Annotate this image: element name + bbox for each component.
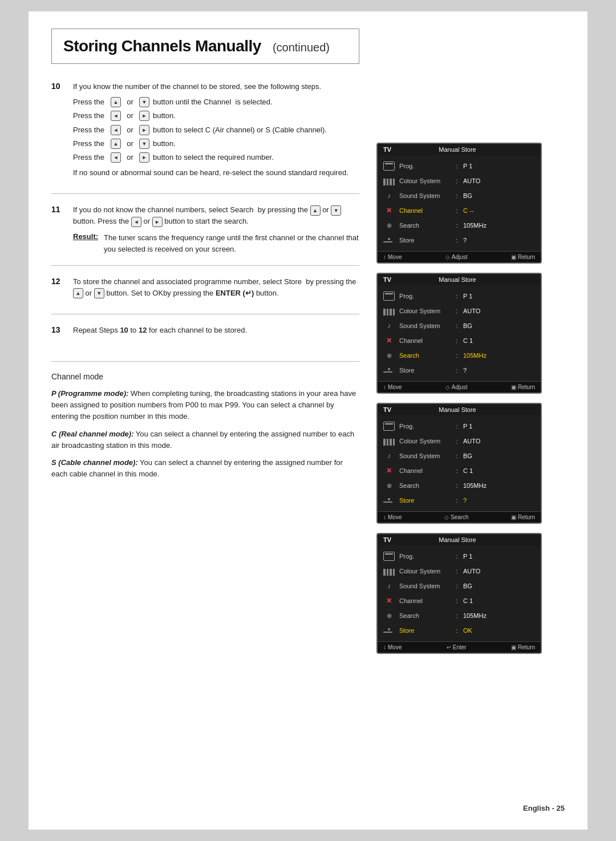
tv-row-sound-4: ♪ Sound System : BG [378, 579, 541, 593]
tv-row-search-4: ⊕ Search : 105MHz [378, 608, 541, 623]
btn-up4-icon[interactable]: ▲ [73, 288, 83, 298]
tv-row-channel-2: ✕ Channel : C 1 [378, 333, 541, 348]
step-10-intro: If you know the number of the channel to… [73, 81, 359, 92]
btn-right-icon[interactable]: ► [139, 111, 149, 121]
step-11-result: Result: The tuner scans the frequency ra… [73, 232, 359, 255]
tv-panel-2: TV Manual Store Prog. : P 1 Colour Syste… [376, 273, 542, 394]
tv-label-4: TV [383, 536, 391, 543]
mode-p: P (Programme mode): When completing tuni… [51, 388, 359, 422]
prog-icon-3 [382, 420, 396, 432]
footer-move-2: ↕ Move [383, 384, 402, 390]
tv-row-prog-4: Prog. : P 1 [378, 549, 541, 564]
footer-search-3: ◇ Search [444, 514, 469, 520]
step-10-line1: Press the ▲ or ▼ button until the Channe… [73, 97, 359, 107]
btn-left-icon[interactable]: ◄ [111, 111, 121, 121]
btn-left3-icon[interactable]: ◄ [111, 152, 121, 163]
step-13-bold1: 10 [120, 326, 128, 334]
step-10-note: If no sound or abnormal sound can be hea… [73, 167, 359, 179]
btn-right3-icon[interactable]: ► [139, 152, 149, 163]
step-11: 11 If you do not know the channel number… [51, 204, 359, 266]
btn-left2-icon[interactable]: ◄ [111, 125, 121, 135]
tv-panel-3-header: TV Manual Store [378, 404, 541, 415]
tv-title-3: Manual Store [439, 406, 476, 413]
footer-return-1: ▣ Return [511, 254, 535, 260]
prog-icon-4 [382, 551, 396, 562]
btn-down4-icon[interactable]: ▼ [94, 288, 104, 298]
btn-down-icon[interactable]: ▼ [139, 97, 149, 107]
tv-body-2: Prog. : P 1 Colour System : AUTO ♪ Sound… [378, 285, 541, 381]
step-12-content: To store the channel and associated prog… [73, 276, 359, 304]
btn-up2-icon[interactable]: ▲ [111, 139, 121, 149]
colour-icon-3 [382, 435, 396, 447]
tv-label-2: TV [383, 276, 391, 283]
btn-down3-icon[interactable]: ▼ [331, 205, 341, 216]
title-sub: (continued) [273, 41, 330, 54]
step-13-content: Repeat Steps 10 to 12 for each channel t… [73, 325, 359, 341]
footer-return-4: ▣ Return [511, 644, 535, 650]
step-10-line4: Press the ▲ or ▼ button. [73, 139, 359, 149]
tv-row-search-3: ⊕ Search : 105MHz [378, 478, 541, 493]
mode-p-name: (Programme mode): [58, 389, 129, 398]
tv-row-colour-1: Colour System : AUTO [378, 173, 541, 188]
sound-icon-1: ♪ [382, 190, 396, 201]
mode-c: C (Real channel mode): You can select a … [51, 428, 359, 451]
step-11-intro: If you do not know the channel numbers, … [73, 204, 359, 227]
sound-icon-3: ♪ [382, 450, 396, 462]
step-13-bold2: 12 [139, 326, 147, 334]
channel-mode-title: Channel mode [51, 372, 359, 381]
result-text: The tuner scans the frequency range unti… [104, 232, 359, 255]
btn-up3-icon[interactable]: ▲ [310, 205, 321, 216]
channel-icon-1: ✕ [382, 205, 396, 216]
footer-adjust-2: ◇ Adjust [445, 384, 468, 390]
tv-row-prog-2: Prog. : P 1 [378, 289, 541, 304]
store-icon-3 [382, 495, 396, 506]
tv-row-prog-3: Prog. : P 1 [378, 419, 541, 434]
step-12-num: 12 [51, 276, 65, 304]
prog-icon-2 [382, 290, 396, 302]
step-13-intro: Repeat Steps 10 to 12 for each channel t… [73, 325, 359, 336]
step-11-content: If you do not know the channel numbers, … [73, 204, 359, 255]
tv-footer-1: ↕ Move ◇ Adjust ▣ Return [378, 251, 541, 262]
separator [51, 361, 359, 362]
store-icon-2 [382, 365, 396, 376]
enter-label: ENTER (↵) [216, 289, 254, 297]
btn-right2-icon[interactable]: ► [139, 125, 149, 135]
search-icon-2: ⊕ [382, 350, 396, 361]
footer-return-3: ▣ Return [511, 514, 535, 520]
tv-row-store-2: Store : ? [378, 363, 541, 378]
step-12: 12 To store the channel and associated p… [51, 276, 359, 314]
tv-row-channel-3: ✕ Channel : C 1 [378, 463, 541, 478]
title-box: Storing Channels Manually (continued) [51, 29, 359, 64]
tv-row-store-3: Store : ? [378, 493, 541, 508]
tv-row-colour-3: Colour System : AUTO [378, 434, 541, 448]
btn-right4-icon[interactable]: ► [152, 217, 163, 227]
step-13: 13 Repeat Steps 10 to 12 for each channe… [51, 325, 359, 351]
tv-panel-1: TV Manual Store Prog. : P 1 Colour Syste… [376, 143, 542, 264]
tv-footer-4: ↕ Move ↵ Enter ▣ Return [378, 641, 541, 653]
tv-row-colour-2: Colour System : AUTO [378, 304, 541, 318]
tv-row-channel-4: ✕ Channel : C 1 [378, 593, 541, 608]
tv-footer-3: ↕ Move ◇ Search ▣ Return [378, 511, 541, 523]
mode-p-letter: P [51, 389, 58, 398]
btn-up-icon[interactable]: ▲ [111, 97, 121, 107]
colour-icon-1 [382, 175, 396, 187]
title-main: Storing Channels Manually [63, 37, 261, 55]
channel-icon-2: ✕ [382, 335, 396, 346]
tv-panel-2-header: TV Manual Store [378, 274, 541, 285]
btn-left4-icon[interactable]: ◄ [131, 217, 141, 227]
sound-icon-4: ♪ [382, 580, 396, 592]
right-column: TV Manual Store Prog. : P 1 Colour Syste… [371, 29, 553, 807]
left-column: Storing Channels Manually (continued) 10… [51, 29, 371, 807]
tv-row-sound-1: ♪ Sound System : BG [378, 188, 541, 203]
tv-footer-2: ↕ Move ◇ Adjust ▣ Return [378, 381, 541, 393]
step-13-num: 13 [51, 325, 65, 341]
tv-body-1: Prog. : P 1 Colour System : AUTO ♪ Sound… [378, 155, 541, 251]
tv-title-4: Manual Store [439, 536, 476, 543]
tv-row-store-1: Store : ? [378, 233, 541, 248]
result-label: Result: [73, 232, 100, 255]
tv-title-1: Manual Store [439, 146, 476, 153]
channel-icon-4: ✕ [382, 595, 396, 607]
channel-mode-section: Channel mode P (Programme mode): When co… [51, 372, 359, 480]
page: Storing Channels Manually (continued) 10… [29, 11, 587, 830]
btn-down2-icon[interactable]: ▼ [139, 139, 149, 149]
